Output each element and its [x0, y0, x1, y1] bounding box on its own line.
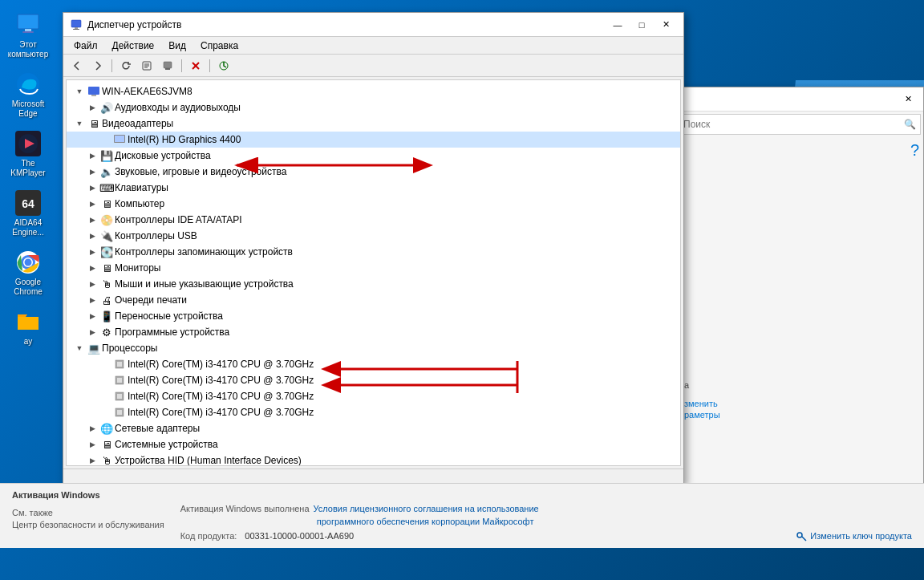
- sep1: [111, 59, 112, 72]
- sound-icon: 🔈: [100, 165, 113, 178]
- tree-usb[interactable]: ▶ 🔌 Контроллеры USB: [67, 228, 680, 244]
- properties-btn[interactable]: [137, 57, 156, 75]
- disk-expander[interactable]: ▶: [86, 149, 99, 162]
- monitors-label: Мониторы: [115, 262, 160, 274]
- monitors-icon: 🖥: [100, 262, 113, 274]
- portable-label: Переносные устройства: [115, 310, 223, 322]
- audio-icon: 🔊: [100, 101, 113, 114]
- mice-icon: 🖱: [100, 278, 113, 290]
- video-label: Видеоадаптеры: [102, 118, 173, 129]
- keyboard-expander[interactable]: ▶: [86, 181, 99, 194]
- video-expander[interactable]: ▼: [73, 117, 86, 130]
- minimize-btn[interactable]: —: [606, 17, 629, 33]
- tree-ide[interactable]: ▶ 📀 Контроллеры IDE ATA/ATAPI: [67, 212, 680, 228]
- help-icon[interactable]: ?: [910, 141, 919, 159]
- tree-portable[interactable]: ▶ 📱 Переносные устройства: [67, 308, 680, 324]
- tree-hid[interactable]: ▶ 🖱 Устройства HID (Human Interface Devi…: [67, 452, 680, 466]
- svg-rect-1: [25, 29, 31, 31]
- tree-storage[interactable]: ▶ 💽 Контроллеры запоминающих устройств: [67, 244, 680, 260]
- cpu0-expander: [99, 358, 111, 371]
- window-title: Диспетчер устройств: [87, 19, 606, 30]
- tree-audio[interactable]: ▶ 🔊 Аудиовходы и аудиовыходы: [67, 99, 680, 116]
- menu-view[interactable]: Вид: [162, 39, 192, 53]
- search-input[interactable]: [683, 119, 904, 130]
- titlebar-controls: — □ ✕: [606, 17, 677, 33]
- menu-bar: Файл Действие Вид Справка: [63, 37, 683, 55]
- update-driver-btn[interactable]: [158, 57, 177, 75]
- tree-network[interactable]: ▶ 🌐 Сетевые адаптеры: [67, 420, 680, 436]
- print-expander[interactable]: ▶: [86, 294, 99, 306]
- menu-action[interactable]: Действие: [106, 39, 161, 53]
- menu-file[interactable]: Файл: [67, 39, 104, 53]
- scan-btn[interactable]: [214, 57, 233, 75]
- tree-video[interactable]: ▼ 🖥 Видеоадаптеры: [67, 116, 680, 132]
- tree-root[interactable]: ▼ WIN-AEKAE6SJVM8: [67, 83, 680, 99]
- tree-keyboard[interactable]: ▶ ⌨ Клавиатуры: [67, 180, 680, 196]
- desktop-icon-aida64[interactable]: 64 AIDA64Engine...: [2, 186, 54, 241]
- tree-cpu-1[interactable]: Intel(R) Core(TM) i3-4170 CPU @ 3.70GHz: [67, 372, 680, 388]
- storage-expander[interactable]: ▶: [86, 245, 99, 258]
- mice-expander[interactable]: ▶: [86, 278, 99, 290]
- computer-expander[interactable]: ▶: [86, 197, 99, 210]
- edge-icon: [15, 71, 41, 97]
- processors-expander[interactable]: ▼: [73, 342, 86, 355]
- tree-disk[interactable]: ▶ 💾 Дисковые устройства: [67, 148, 680, 164]
- forward-btn[interactable]: [88, 57, 107, 75]
- close-btn[interactable]: ✕: [654, 17, 677, 33]
- tree-print[interactable]: ▶ 🖨 Очереди печати: [67, 292, 680, 308]
- tree-processors[interactable]: ▼ 💻 Процессоры: [67, 340, 680, 356]
- computer-icon: [15, 12, 41, 38]
- desktop-icon-computer[interactable]: Этот компьютер: [2, 8, 54, 63]
- back-btn[interactable]: [67, 57, 87, 75]
- maximize-btn[interactable]: □: [630, 17, 653, 33]
- params-link[interactable]: раметры: [684, 410, 720, 420]
- bg-close-btn[interactable]: ✕: [897, 91, 919, 107]
- svg-rect-2: [22, 31, 34, 33]
- tree-computer[interactable]: ▶ 🖥 Компьютер: [67, 196, 680, 212]
- activation-link1[interactable]: Условия лицензионного соглашения на испо…: [314, 504, 539, 513]
- desktop-icon-edge[interactable]: MicrosoftEdge: [2, 67, 54, 123]
- root-icon: [87, 85, 100, 98]
- tree-intel-graphics[interactable]: Intel(R) HD Graphics 4400: [67, 132, 680, 148]
- sound-expander[interactable]: ▶: [86, 165, 99, 178]
- change-key-link[interactable]: Изменить ключ продукта: [810, 531, 912, 541]
- cpu3-icon: [113, 406, 126, 419]
- disk-icon: 💾: [100, 149, 113, 162]
- desktop-icon-chrome[interactable]: GoogleChrome: [2, 245, 54, 301]
- desktop-icon-kmplayer[interactable]: TheKMPlayer: [2, 127, 54, 182]
- menu-help[interactable]: Справка: [194, 39, 245, 53]
- tree-cpu-2[interactable]: Intel(R) Core(TM) i3-4170 CPU @ 3.70GHz: [67, 388, 680, 404]
- titlebar: Диспетчер устройств — □ ✕: [63, 13, 683, 37]
- uninstall-btn[interactable]: [186, 57, 205, 75]
- root-expander[interactable]: ▼: [73, 85, 86, 98]
- svg-text:64: 64: [22, 197, 34, 210]
- cpu1-expander: [99, 374, 111, 387]
- tree-sound[interactable]: ▶ 🔈 Звуковые, игровые и видеоустройства: [67, 164, 680, 180]
- audio-expander[interactable]: ▶: [86, 101, 99, 114]
- network-expander[interactable]: ▶: [86, 422, 99, 435]
- monitors-expander[interactable]: ▶: [86, 262, 99, 274]
- tree-monitors[interactable]: ▶ 🖥 Мониторы: [67, 260, 680, 276]
- software-expander[interactable]: ▶: [86, 326, 99, 339]
- desktop-icon-folder[interactable]: ay: [2, 305, 54, 351]
- portable-expander[interactable]: ▶: [86, 310, 99, 322]
- system-expander[interactable]: ▶: [86, 438, 99, 451]
- root-label: WIN-AEKAE6SJVM8: [102, 86, 192, 97]
- tree-software[interactable]: ▶ ⚙ Программные устройства: [67, 324, 680, 340]
- usb-expander[interactable]: ▶: [86, 229, 99, 242]
- svg-rect-30: [117, 362, 122, 367]
- hid-expander[interactable]: ▶: [86, 454, 99, 466]
- product-code: 00331-10000-00001-AA690: [245, 531, 354, 541]
- replace-link[interactable]: зменить: [684, 399, 718, 408]
- tree-cpu-3[interactable]: Intel(R) Core(TM) i3-4170 CPU @ 3.70GHz: [67, 404, 680, 420]
- ide-expander[interactable]: ▶: [86, 213, 99, 226]
- tree-system[interactable]: ▶ 🖥 Системные устройства: [67, 436, 680, 452]
- key-icon: [796, 530, 807, 541]
- refresh-btn[interactable]: [116, 57, 136, 75]
- status-bar: [63, 468, 683, 485]
- activation-link2[interactable]: программного обеспечения корпорации Майк…: [317, 517, 534, 526]
- tree-mice[interactable]: ▶ 🖱 Мыши и иные указывающие устройства: [67, 276, 680, 292]
- cpu3-expander: [99, 406, 111, 419]
- tree-cpu-0[interactable]: Intel(R) Core(TM) i3-4170 CPU @ 3.70GHz: [67, 356, 680, 372]
- see-also-label: См. также: [12, 508, 164, 517]
